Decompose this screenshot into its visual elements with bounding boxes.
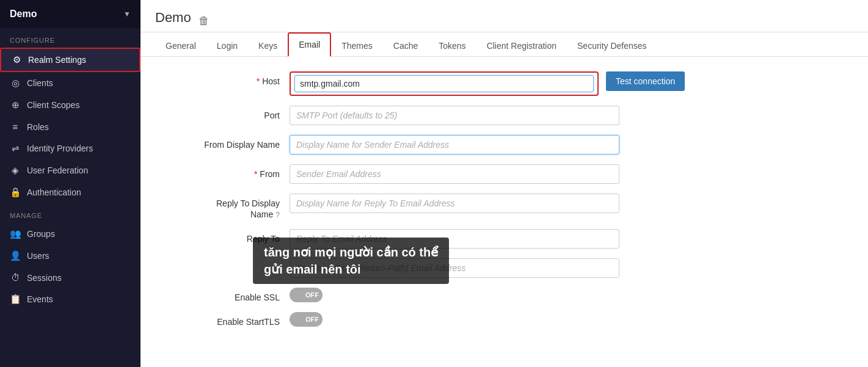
tab-themes[interactable]: Themes: [331, 34, 383, 57]
ssl-toggle-wrap: OFF: [290, 288, 323, 302]
reply-to-display-name-input[interactable]: [290, 194, 619, 213]
events-icon: 📋: [10, 294, 21, 305]
configure-section-label: Configure: [0, 28, 140, 48]
sidebar-item-label: Roles: [27, 122, 49, 132]
enable-ssl-label: Enable SSL: [155, 288, 290, 302]
realm-chevron-icon: ▼: [123, 10, 131, 18]
sidebar-item-label: Identity Providers: [27, 144, 93, 153]
client-scopes-icon: ⊕: [10, 100, 21, 111]
from-row: * From: [155, 164, 798, 184]
sidebar-item-user-federation[interactable]: ◈ User Federation: [0, 159, 140, 181]
trash-icon[interactable]: 🗑: [199, 15, 210, 27]
enable-starttls-row: Enable StartTLS OFF: [155, 312, 798, 327]
port-control-wrap: [290, 106, 798, 125]
ssl-toggle[interactable]: OFF: [290, 288, 323, 302]
tab-cache[interactable]: Cache: [383, 34, 428, 57]
tab-general[interactable]: General: [155, 34, 206, 57]
page-title: Demo: [155, 10, 191, 32]
sidebar-item-label: Realm Settings: [28, 55, 86, 65]
sidebar-item-label: Client Scopes: [27, 100, 79, 110]
sidebar-item-groups[interactable]: 👥 Groups: [0, 223, 140, 245]
realm-name: Demo: [10, 9, 37, 20]
reply-to-display-name-label: Reply To Display Name ?: [155, 194, 290, 219]
tab-login[interactable]: Login: [206, 34, 248, 57]
tabs-bar: General Login Keys Email Themes Cache To…: [140, 32, 868, 57]
page-header: Demo 🗑: [140, 0, 868, 32]
sidebar-item-identity-providers[interactable]: ⇌ Identity Providers: [0, 137, 140, 159]
reply-to-display-name-control-wrap: [290, 194, 798, 213]
starttls-toggle-wrap: OFF: [290, 312, 323, 327]
manage-section-label: Manage: [0, 203, 140, 223]
host-required-star: *: [257, 76, 260, 86]
sidebar-item-users[interactable]: 👤 Users: [0, 245, 140, 267]
enable-ssl-row: Enable SSL OFF tăng nơi mọi người cần có…: [155, 288, 798, 302]
envelope-from-control-wrap: [290, 258, 798, 278]
envelope-from-input[interactable]: [290, 258, 619, 278]
sidebar-item-sessions[interactable]: ⏱ Sessions: [0, 267, 140, 288]
sidebar-item-events[interactable]: 📋 Events: [0, 288, 140, 310]
test-connection-button[interactable]: Test connection: [606, 71, 685, 91]
from-label: * From: [155, 164, 290, 179]
enable-starttls-control-wrap: OFF: [290, 312, 798, 327]
sidebar-item-label: Sessions: [27, 273, 62, 283]
realm-selector[interactable]: Demo ▼: [0, 0, 140, 28]
sidebar: Demo ▼ Configure ⚙ Realm Settings ◎ Clie…: [0, 0, 140, 367]
from-display-name-control-wrap: [290, 135, 798, 154]
port-input[interactable]: [290, 106, 619, 125]
port-row: Port: [155, 106, 798, 125]
reply-to-control-wrap: [290, 229, 798, 249]
host-label: * Host: [155, 71, 290, 86]
realm-settings-icon: ⚙: [11, 54, 22, 65]
tab-tokens[interactable]: Tokens: [428, 34, 476, 57]
envelope-from-row: [155, 258, 798, 278]
reply-to-label: Reply To: [155, 229, 290, 244]
from-control-wrap: [290, 164, 798, 184]
groups-icon: 👥: [10, 228, 21, 239]
sidebar-item-realm-settings[interactable]: ⚙ Realm Settings: [0, 48, 140, 72]
main-content: Demo 🗑 General Login Keys Email Themes C…: [140, 0, 868, 367]
reply-to-display-name-row: Reply To Display Name ?: [155, 194, 798, 219]
users-icon: 👤: [10, 250, 21, 261]
from-display-name-input[interactable]: [290, 135, 619, 154]
sidebar-item-roles[interactable]: ≡ Roles: [0, 116, 140, 137]
sessions-icon: ⏱: [10, 272, 21, 283]
sidebar-item-clients[interactable]: ◎ Clients: [0, 72, 140, 94]
host-highlight-border: [290, 71, 599, 96]
sidebar-item-authentication[interactable]: 🔒 Authentication: [0, 181, 140, 203]
sidebar-item-label: User Federation: [27, 165, 88, 175]
from-input[interactable]: [290, 164, 619, 184]
sidebar-item-label: Clients: [27, 78, 53, 88]
sidebar-item-label: Authentication: [27, 187, 81, 197]
reply-to-display-name-help-icon[interactable]: ?: [275, 211, 280, 219]
port-label: Port: [155, 106, 290, 120]
sidebar-item-label: Events: [27, 294, 53, 304]
tab-keys[interactable]: Keys: [248, 34, 288, 57]
reply-to-row: Reply To: [155, 229, 798, 249]
host-control-wrap: Test connection: [290, 71, 798, 96]
starttls-toggle[interactable]: OFF: [290, 312, 323, 327]
sidebar-item-client-scopes[interactable]: ⊕ Client Scopes: [0, 94, 140, 116]
sidebar-item-label: Users: [27, 251, 49, 261]
tab-client-registration[interactable]: Client Registration: [476, 34, 567, 57]
tab-email[interactable]: Email: [288, 32, 331, 57]
from-display-name-label: From Display Name: [155, 135, 290, 150]
reply-to-input[interactable]: [290, 229, 619, 249]
clients-icon: ◎: [10, 78, 21, 89]
tab-security-defenses[interactable]: Security Defenses: [567, 34, 657, 57]
from-display-name-row: From Display Name: [155, 135, 798, 154]
host-input[interactable]: [294, 75, 594, 92]
email-form: * Host Test connection Port From Display…: [140, 57, 812, 351]
sidebar-item-label: Groups: [27, 229, 55, 239]
from-required-star: *: [254, 169, 257, 179]
roles-icon: ≡: [10, 122, 21, 132]
envelope-from-label: [155, 258, 290, 263]
enable-ssl-control-wrap: OFF: [290, 288, 798, 302]
authentication-icon: 🔒: [10, 187, 21, 198]
identity-providers-icon: ⇌: [10, 143, 21, 154]
user-federation-icon: ◈: [10, 165, 21, 176]
enable-starttls-label: Enable StartTLS: [155, 312, 290, 327]
host-row: * Host Test connection: [155, 71, 798, 96]
